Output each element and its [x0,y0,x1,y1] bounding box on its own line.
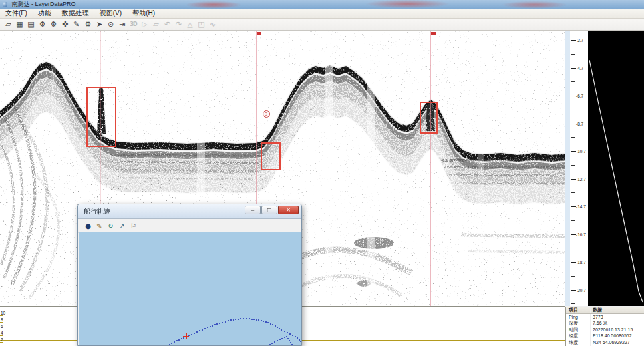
track-dot [291,344,293,345]
menu-item-0[interactable]: 文件(F) [0,9,33,18]
refresh-icon[interactable]: ↻ [105,222,116,230]
settings-gear-icon[interactable]: ⚙ [37,19,48,30]
export-icon[interactable]: ⇥ [116,19,128,30]
track-dot [181,338,182,339]
event-flag-2 [431,32,436,35]
main-toolbar: ▱▦▤⚙⚙✜✎⚙➤⊙⇥3D▷▱↶↷△◰∿ [0,19,644,31]
bottom-chart-tick [0,315,3,316]
info-header-key: 项目 [566,307,591,313]
track-dot [295,336,296,337]
info-value: 7.66 米 [591,320,644,327]
track-dot [238,319,239,320]
track-dot [286,336,287,337]
ruler-tick [571,262,576,263]
track-dot [230,319,232,321]
track-window-titlebar[interactable]: 船行轨迹 – ▢ ✕ [78,204,301,219]
vertical-scrollbar[interactable] [565,31,570,306]
current-position-cross [183,333,189,339]
bottom-chart-tick [0,335,3,336]
app-window: 南测达 - LayerDataPRO 文件(F)功能数据处理视图(V)帮助(H)… [0,0,644,346]
ruler-tick [571,206,576,207]
nav-cursor-icon[interactable]: ➤ [94,19,105,30]
pan-move-icon[interactable]: ✜ [59,19,71,30]
menu-item-3[interactable]: 视图(V) [94,9,127,18]
menu-item-2[interactable]: 数据处理 [57,9,94,18]
open-file-icon[interactable]: ▱ [3,19,14,30]
bottom-chart-tick [0,342,3,343]
track-window[interactable]: 船行轨迹 – ▢ ✕ ●✎↻↗⚐ [77,204,302,346]
close-button[interactable]: ✕ [278,206,299,214]
track-dot [289,340,290,341]
menu-bar: 文件(F)功能数据处理视图(V)帮助(H) [0,9,644,19]
ruler-minor-tick [571,54,575,55]
globe-icon[interactable]: ● [82,222,94,230]
track-dot [274,341,275,343]
bottom-chart-label: 2 [1,337,3,342]
bottom-chart-label: 6 [1,324,3,329]
track-map[interactable] [79,232,301,345]
file-report-icon[interactable]: ▤ [25,19,37,30]
info-value: 20220616 13:21:15 [591,327,644,333]
track-dot [272,324,273,325]
ruler-tick [571,96,576,96]
track-dot [216,323,218,325]
track-dot [214,324,216,325]
ruler-minor-tick [571,220,575,221]
track-dot [199,330,200,331]
track-dot [210,326,211,327]
ruler-label: -6.7 [576,94,583,98]
track-dot [228,320,229,321]
ruler-minor-tick [571,303,575,304]
track-dot [204,328,206,329]
title-bar[interactable]: 南测达 - LayerDataPRO [0,0,644,9]
info-value: N24 54.06929227 [591,339,644,346]
track-dot [258,319,259,321]
ruler-label: -14.7 [576,204,586,209]
info-key: 深度 [566,320,591,327]
save-file-icon[interactable]: ▦ [14,19,25,30]
menu-item-1[interactable]: 功能 [33,9,57,18]
track-dot [284,331,285,332]
track-dot [300,341,301,342]
wave-tool-icon: ∿ [207,19,218,30]
track-dot [219,323,220,324]
track-dot [279,339,281,340]
select-arrow-icon: ▷ [139,19,150,30]
track-dot [287,338,289,339]
route-icon[interactable]: ↗ [116,222,128,230]
track-dot [191,334,192,335]
track-dot [225,321,226,323]
track-dot [196,331,198,333]
event-flag-1 [257,32,261,35]
frame-tool-icon: ◰ [196,19,207,30]
edit-pencil-icon[interactable]: ✎ [71,19,82,30]
flag-icon[interactable]: ⚐ [128,222,139,230]
ruler-label: -8.7 [576,121,583,126]
track-dot [279,328,280,329]
marker-pin-icon[interactable]: ⊙ [105,19,116,30]
target-box-1 [261,142,281,170]
menu-item-4[interactable]: 帮助(H) [127,9,160,18]
track-dot [271,343,273,344]
depth-trace-panel [588,31,644,306]
maximize-button[interactable]: ▢ [261,206,277,214]
track-dot [269,344,271,345]
bottom-chart-tick [0,329,3,329]
track-window-title: 船行轨迹 [84,208,110,215]
track-dot [284,337,285,338]
info-key: 经度 [566,333,591,339]
process-gear-icon[interactable]: ⚙ [82,19,94,30]
position-marker: 0 [263,110,270,118]
bottom-chart-tick [0,322,3,323]
ruler-tick [571,290,576,291]
ruler-minor-tick [571,137,575,138]
track-dot [277,327,278,328]
target-box-2 [420,102,438,134]
edit-log-icon[interactable]: ✎ [94,222,105,230]
track-dot [171,343,172,344]
minimize-button[interactable]: – [245,206,261,214]
depth-ruler: -2.7-4.7-6.7-8.7-10.7-12.7-14.7-16.7-18.… [570,31,588,306]
ruler-label: -18.7 [576,260,586,265]
ruler-minor-tick [571,165,575,166]
gear-import-icon[interactable]: ⚙ [48,19,59,30]
